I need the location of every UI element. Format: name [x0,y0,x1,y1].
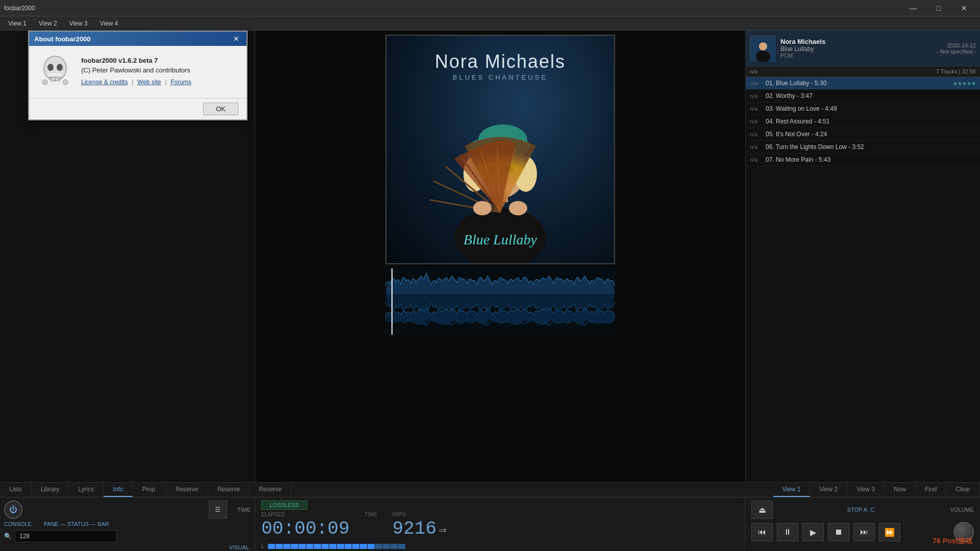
ff-button[interactable]: ⏩ [879,523,900,541]
np-date-label: - Not specified - [937,48,976,55]
vu-bar-l-0 [268,544,275,549]
stop-button[interactable]: ⏹ [828,523,849,541]
menu-view2[interactable]: View 2 [33,19,63,28]
vu-bar-l-16 [390,544,398,549]
vu-bar-l-12 [360,544,367,549]
prev-button[interactable]: ⏮ [751,523,773,541]
svg-point-30 [63,80,68,85]
menu-view3[interactable]: View 3 [63,19,94,28]
forums-link[interactable]: Forums [170,79,191,86]
playlist-item-1[interactable]: n/a 01. Blue Lullaby - 5:30 ★★★★★ [746,77,980,90]
time-row: ELAPSED 00:00:09 TIME KBPS 9216 ⇒ [261,512,739,539]
visual-label: VISUAL. [229,544,251,550]
playlist-total: 7 Tracks | 32:56 [936,68,976,74]
track-title: 03. Waiting on Love - 4:49 [766,105,942,112]
album-art-header: Nora Michaels BLUES CHANTEUSE [435,51,566,81]
track-num: n/a [750,131,763,137]
dialog-body: foobar2000 v1.6.2 beta 7 (C) Peter Pawlo… [29,46,247,98]
dialog-close-button[interactable]: ✕ [231,35,241,43]
tab-view2[interactable]: View 2 [810,483,847,497]
menu-view1[interactable]: View 1 [2,19,33,28]
search-input[interactable] [15,530,117,542]
tab-find[interactable]: Find [916,483,946,497]
menu-view4[interactable]: View 4 [93,19,124,28]
console-label[interactable]: CONSOLE [4,521,32,527]
tab-info[interactable]: Info [104,483,133,497]
album-title-script: Blue Lullaby [463,232,537,248]
tab-view1[interactable]: View 1 [773,483,811,497]
playlist-item-4[interactable]: n/a 04. Rest Assured - 4:51 [746,115,980,128]
playlist-item-3[interactable]: n/a 03. Waiting on Love - 4:49 [746,103,980,115]
pane-label[interactable]: PANE — STATUS — BAR [44,521,109,527]
visual-label-row: VISUAL. [4,544,251,550]
stop-ac-label[interactable]: STOP A. C. [847,507,876,513]
track-title: 02. Worthy - 3:47 [766,92,942,99]
maximize-button[interactable]: □ [927,1,950,15]
track-title: 04. Rest Assured - 4:51 [766,118,942,125]
titlebar: foobar2000 — □ ✕ [0,0,980,16]
tab-now[interactable]: Now [885,483,916,497]
playlist-item-2[interactable]: n/a 02. Worthy - 3:47 [746,90,980,103]
eject-button[interactable]: ⏏ [751,500,773,519]
top-right-controls: ⏏ STOP A. C. VOLUME [751,500,974,519]
close-button[interactable]: ✕ [952,1,976,15]
vu-bar-l-13 [368,544,375,549]
tab-reserve1[interactable]: Reserve [166,483,208,497]
right-panel: Nora Michaels Blue Lullaby PCM 2020-10-2… [745,31,980,482]
control-bar: ⏻ ☰ TIME CONSOLE PANE — STATUS — BAR 🔍 V… [0,497,980,551]
track-num: n/a [750,80,763,86]
volume-label: VOLUME [950,507,974,513]
np-date: 2020-10-22 [937,42,976,48]
play-button[interactable]: ▶ [802,523,824,541]
track-num: n/a [750,157,763,163]
arrow-icon: ⇒ [438,524,447,536]
pb-order-row: PB. ORDER [751,548,974,551]
vu-bar-l-15 [383,544,390,549]
watermark: 76 Post游戏 [933,537,972,546]
now-playing-thumbnail [750,36,775,61]
vu-bar-l-2 [283,544,290,549]
tab-clear[interactable]: Clear [946,483,980,497]
playlist-item-5[interactable]: n/a 05. It's Not Over - 4:24 [746,128,980,141]
dialog-title: About foobar2000 [34,35,91,43]
dialog-version: foobar2000 v1.6.2 beta 7 [81,57,158,64]
dialog-links: License & credits | Web site | Forums [81,78,191,86]
pause-button[interactable]: ⏸ [777,523,798,541]
svg-rect-24 [48,73,62,76]
vu-bar-l-4 [299,544,306,549]
playlist-item-7[interactable]: n/a 07. No More Pain - 5:43 [746,154,980,166]
search-row: 🔍 [4,530,251,542]
website-link[interactable]: Web site [137,79,161,86]
track-title: 05. It's Not Over - 4:24 [766,131,942,138]
track-title: 06. Turn the Lights Down Low - 3:52 [766,143,942,151]
now-playing-bar: Nora Michaels Blue Lullaby PCM 2020-10-2… [746,31,980,66]
track-title: 01. Blue Lullaby - 5:30 [766,80,950,87]
vu-bars-l [268,544,405,549]
vu-bar-l-10 [345,544,352,549]
lossless-badge: LOSSLESS [261,500,307,510]
tab-view3[interactable]: View 3 [847,483,885,497]
dialog-overlay: About foobar2000 ✕ [28,31,248,120]
tab-lists[interactable]: Lists [0,483,32,497]
next-button[interactable]: ⏭ [853,523,875,541]
playlist-item-6[interactable]: n/a 06. Turn the Lights Down Low - 3:52 [746,141,980,154]
license-link[interactable]: License & credits [81,79,128,86]
elapsed-display: 00:00:09 [261,518,350,539]
ok-button[interactable]: OK [203,103,238,115]
waveform[interactable] [385,268,615,335]
vu-bar-l-5 [306,544,313,549]
menu-button[interactable]: ☰ [209,500,227,519]
minimize-button[interactable]: — [901,1,925,15]
tab-lyrics[interactable]: Lyrics [69,483,104,497]
album-art-subtitle: BLUES CHANTEUSE [435,73,566,81]
np-album: Blue Lullaby [780,45,932,53]
track-title: 07. No More Pain - 5:43 [766,156,942,163]
dialog-copyright: (C) Peter Pawlowski and contributors [81,66,191,74]
elapsed-group: ELAPSED 00:00:09 [261,512,350,539]
tab-reserve2[interactable]: Reserve [208,483,250,497]
power-button[interactable]: ⏻ [4,500,22,519]
vu-bar-l-1 [276,544,283,549]
tab-reserve3[interactable]: Reserve [250,483,291,497]
tab-library[interactable]: Library [32,483,69,497]
tab-prop[interactable]: Prop. [133,483,166,497]
